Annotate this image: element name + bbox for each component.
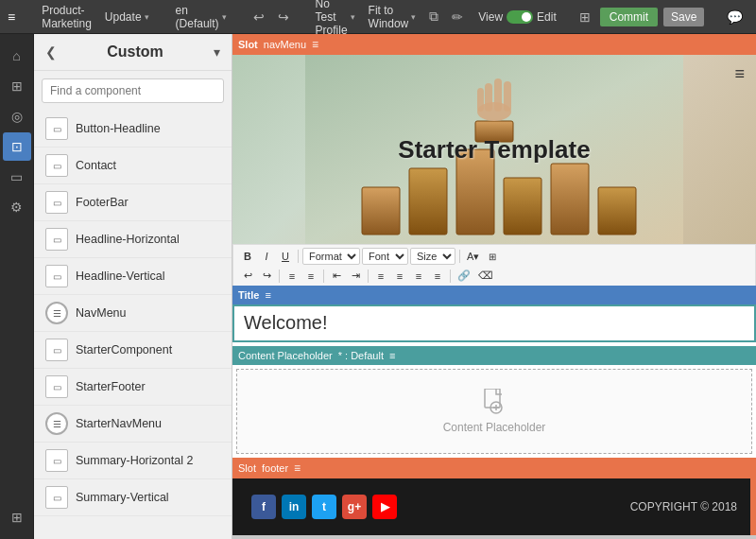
comp-icon-headline-h: ▭: [45, 228, 68, 251]
icon-bar-grid[interactable]: ⊞: [3, 72, 31, 100]
svg-rect-2: [409, 168, 447, 235]
footer-slot-name: footer: [262, 462, 288, 474]
special-chars-button[interactable]: ⊞: [484, 251, 501, 263]
file-icon: [483, 389, 506, 415]
comp-icon-starter-nav: ☰: [45, 412, 68, 435]
undo-text-button[interactable]: ↩: [239, 269, 256, 283]
underline-button[interactable]: U: [277, 250, 294, 263]
twitter-icon[interactable]: t: [312, 495, 336, 519]
title-slot-label: Title: [238, 289, 259, 301]
panel-down-arrow[interactable]: ▾: [214, 44, 220, 60]
list-item[interactable]: ▭ StarterFooter: [34, 369, 232, 406]
icon-bar-components[interactable]: ⊡: [3, 132, 31, 161]
footer-slot-label: Slot: [238, 462, 256, 474]
update-button[interactable]: Update ▾: [101, 9, 153, 26]
main-layout: ⌂ ⊞ ◎ ⊡ ▭ ⚙ ⊞ ❮ Custom ▾ ▭ Button-Headli…: [0, 34, 756, 539]
grid-button[interactable]: ⊞: [576, 8, 594, 26]
facebook-icon[interactable]: f: [251, 495, 276, 519]
footer-area: f in t g+ ▶ COPYRIGHT © 2018: [232, 478, 756, 535]
tb-sep-5: [368, 270, 369, 283]
commit-button[interactable]: Commit: [600, 8, 658, 26]
undo-button[interactable]: ↩: [249, 8, 268, 26]
location-button[interactable]: 📍: [752, 8, 756, 26]
project-label: Product-Marketing: [42, 4, 92, 30]
icon-bar-settings[interactable]: ⚙: [3, 193, 31, 221]
comp-label: StarterNavMenu: [76, 417, 162, 430]
test-profile[interactable]: No Test Profile ▾: [312, 0, 359, 39]
list-item[interactable]: ☰ NavMenu: [34, 295, 232, 332]
hero-title: Starter Template: [398, 135, 590, 165]
view-switch[interactable]: [507, 10, 533, 24]
align-justify-button[interactable]: ≡: [429, 270, 446, 283]
panel-back-arrow[interactable]: ❮: [45, 44, 57, 60]
align-left-button[interactable]: ≡: [372, 270, 389, 283]
comp-label: Summary-Vertical: [76, 491, 169, 504]
bold-button[interactable]: B: [239, 250, 256, 263]
list-item[interactable]: ▭ Headline-Vertical: [34, 258, 232, 295]
list-item[interactable]: ▭ Summary-Horizontal 2: [34, 443, 232, 479]
hero-section: Starter Template ≡: [232, 55, 756, 244]
outdent-button[interactable]: ⇤: [328, 269, 345, 283]
title-slot-menu[interactable]: ≡: [265, 289, 270, 301]
youtube-icon[interactable]: ▶: [372, 495, 397, 519]
redo-text-button[interactable]: ↪: [258, 269, 275, 283]
list-item[interactable]: ▭ Contact: [34, 148, 232, 184]
social-icons: f in t g+ ▶: [251, 495, 397, 519]
link-button[interactable]: 🔗: [455, 269, 473, 283]
text-color-button[interactable]: A▾: [464, 250, 482, 264]
tb-sep-6: [450, 270, 451, 283]
fit-window[interactable]: Fit to Window ▾: [365, 2, 421, 32]
comp-icon-summary-h2: ▭: [45, 449, 68, 472]
list-item[interactable]: ☰ StarterNavMenu: [34, 406, 232, 443]
icon-bar-home[interactable]: ⌂: [3, 42, 31, 70]
svg-rect-10: [494, 78, 502, 112]
slot-menu-button[interactable]: ≡: [312, 38, 318, 51]
hero-hamburger-icon[interactable]: ≡: [734, 64, 745, 84]
component-panel: ❮ Custom ▾ ▭ Button-Headline ▭ Contact ▭…: [34, 34, 232, 539]
icon-bar-globe[interactable]: ◎: [3, 102, 31, 130]
svg-rect-11: [504, 81, 511, 112]
indent-button[interactable]: ⇥: [347, 269, 364, 283]
welcome-text[interactable]: Welcome!: [232, 304, 756, 342]
redo-button[interactable]: ↪: [274, 8, 293, 26]
size-select[interactable]: Size: [410, 248, 455, 265]
component-search-input[interactable]: [42, 78, 224, 103]
ul-button[interactable]: ≡: [284, 270, 301, 283]
content-area: Slot navMenu ≡: [232, 34, 756, 539]
save-button[interactable]: Save: [663, 8, 704, 26]
pen-button[interactable]: ✏: [448, 8, 467, 26]
icon-bar-monitor[interactable]: ▭: [3, 163, 31, 191]
text-editor-toolbar: B I U Format Font Size A▾ ⊞ ↩ ↪: [232, 244, 756, 286]
panel-title: Custom: [107, 43, 163, 61]
svg-rect-12: [477, 88, 484, 112]
format-select[interactable]: Format: [302, 248, 360, 265]
icon-bar-info[interactable]: ⊞: [3, 503, 31, 531]
tb-sep-1: [298, 250, 299, 263]
project-name[interactable]: Product-Marketing: [38, 2, 95, 32]
font-select[interactable]: Font: [362, 248, 408, 265]
content-slot-label: Content Placeholder: [238, 350, 333, 361]
app-logo: ≡: [8, 9, 15, 25]
ol-button[interactable]: ≡: [302, 270, 319, 283]
comp-label: StarterFooter: [76, 380, 146, 393]
align-center-button[interactable]: ≡: [391, 270, 408, 283]
language-selector[interactable]: en (Default) ▾: [172, 2, 231, 32]
svg-rect-9: [485, 83, 492, 112]
copy-button[interactable]: ⧉: [425, 7, 442, 26]
comp-label: StarterComponent: [76, 343, 172, 356]
content-slot-menu[interactable]: ≡: [389, 350, 395, 361]
footer-slot-menu[interactable]: ≡: [294, 461, 301, 475]
linkedin-icon[interactable]: in: [282, 495, 306, 519]
align-right-button[interactable]: ≡: [410, 270, 427, 283]
list-item[interactable]: ▭ Summary-Vertical: [34, 479, 232, 516]
comp-icon-contact: ▭: [45, 154, 68, 177]
footer-orange-accent: [750, 478, 756, 535]
list-item[interactable]: ▭ Button-Headline: [34, 111, 232, 148]
comment-button[interactable]: 💬: [723, 8, 747, 26]
italic-button[interactable]: I: [258, 250, 275, 263]
list-item[interactable]: ▭ StarterComponent: [34, 332, 232, 369]
list-item[interactable]: ▭ FooterBar: [34, 184, 232, 221]
googleplus-icon[interactable]: g+: [342, 495, 367, 519]
eraser-button[interactable]: ⌫: [475, 269, 496, 283]
list-item[interactable]: ▭ Headline-Horizontal: [34, 221, 232, 258]
